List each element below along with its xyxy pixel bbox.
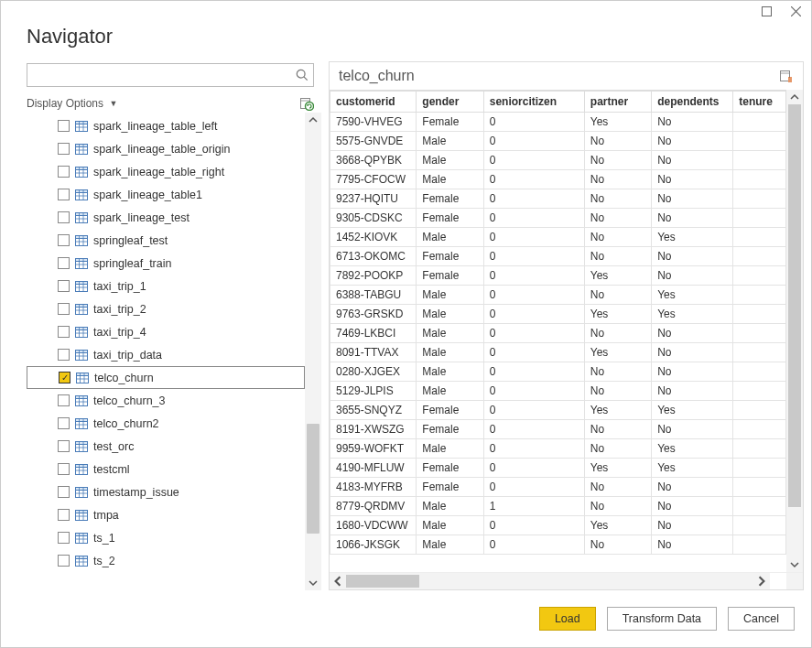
checkbox[interactable] <box>58 555 70 567</box>
left-panel: Display Options ▼ spark_lineage_table_le… <box>8 61 329 590</box>
column-header-dependents[interactable]: dependents <box>652 92 733 113</box>
scroll-up-icon[interactable] <box>786 90 803 104</box>
scroll-thumb[interactable] <box>788 104 801 507</box>
table-row[interactable]: 8779-QRDMVMale1NoNo <box>330 497 786 516</box>
tree-item-telco_churn2[interactable]: telco_churn2 <box>27 412 305 435</box>
right-scrollbar[interactable] <box>786 90 803 572</box>
scroll-down-icon[interactable] <box>305 576 321 590</box>
checkbox[interactable]: ✓ <box>59 372 70 383</box>
cell: Male <box>417 382 483 401</box>
tree-item-ts_1[interactable]: ts_1 <box>27 526 305 549</box>
tree-item-taxi_trip_1[interactable]: taxi_trip_1 <box>27 275 305 297</box>
table-tree[interactable]: spark_lineage_table_leftspark_lineage_ta… <box>27 113 305 590</box>
tree-item-telco_churn[interactable]: ✓telco_churn <box>27 366 305 389</box>
checkbox[interactable] <box>58 486 70 498</box>
tree-item-spark_lineage_table1[interactable]: spark_lineage_table1 <box>27 183 305 206</box>
column-header-partner[interactable]: partner <box>584 92 651 113</box>
checkbox[interactable] <box>58 257 70 269</box>
table-row[interactable]: 8191-XWSZGFemale0NoNo <box>330 420 786 439</box>
display-options-dropdown[interactable]: Display Options ▼ <box>27 97 117 110</box>
checkbox[interactable] <box>58 509 70 521</box>
checkbox[interactable] <box>58 440 70 452</box>
table-row[interactable]: 9305-CDSKCFemale0NoNo <box>330 209 786 228</box>
preview-action-icon[interactable] <box>779 69 794 83</box>
tree-item-spark_lineage_table_left[interactable]: spark_lineage_table_left <box>27 114 305 137</box>
svg-rect-25 <box>76 189 88 192</box>
column-header-tenure[interactable]: tenure <box>733 92 786 113</box>
table-row[interactable]: 3668-QPYBKMale0NoNo <box>330 151 786 170</box>
column-header-gender[interactable]: gender <box>417 92 483 113</box>
maximize-button[interactable] <box>760 5 773 17</box>
checkbox[interactable] <box>58 143 70 155</box>
scroll-right-icon[interactable] <box>753 573 770 589</box>
load-button[interactable]: Load <box>539 607 596 631</box>
search-icon[interactable] <box>296 69 309 81</box>
hscroll-thumb[interactable] <box>346 575 419 588</box>
table-row[interactable]: 7892-POOKPFemale0YesNo <box>330 266 786 286</box>
checkbox[interactable] <box>58 349 70 361</box>
tree-item-spark_lineage_table_right[interactable]: spark_lineage_table_right <box>27 160 305 183</box>
scroll-left-icon[interactable] <box>330 573 346 589</box>
refresh-icon[interactable] <box>299 96 314 111</box>
cell <box>733 362 786 382</box>
tree-item-spark_lineage_test[interactable]: spark_lineage_test <box>27 206 305 229</box>
checkbox[interactable] <box>58 234 70 246</box>
scroll-down-icon[interactable] <box>786 557 803 572</box>
cell <box>733 459 786 478</box>
column-header-customerid[interactable]: customerid <box>330 92 417 113</box>
table-row[interactable]: 7469-LKBCIMale0NoNo <box>330 324 786 343</box>
tree-item-ts_2[interactable]: ts_2 <box>27 549 305 572</box>
checkbox[interactable] <box>58 394 70 406</box>
checkbox[interactable] <box>58 120 70 132</box>
tree-item-tmpa[interactable]: tmpa <box>27 503 305 526</box>
tree-item-telco_churn_3[interactable]: telco_churn_3 <box>27 389 305 412</box>
scroll-thumb[interactable] <box>307 424 319 534</box>
column-header-seniorcitizen[interactable]: seniorcitizen <box>483 92 584 113</box>
svg-rect-65 <box>77 373 89 375</box>
tree-item-taxi_trip_4[interactable]: taxi_trip_4 <box>27 320 305 343</box>
checkbox[interactable] <box>58 532 70 544</box>
table-row[interactable]: 0280-XJGEXMale0NoNo <box>330 362 786 382</box>
table-row[interactable]: 4190-MFLUWFemale0YesYes <box>330 459 786 478</box>
transform-data-button[interactable]: Transform Data <box>607 607 717 631</box>
table-row[interactable]: 8091-TTVAXMale0YesNo <box>330 343 786 362</box>
checkbox[interactable] <box>58 326 70 338</box>
tree-item-spark_lineage_table_origin[interactable]: spark_lineage_table_origin <box>27 137 305 160</box>
table-row[interactable]: 9959-WOFKTMale0NoYes <box>330 439 786 459</box>
table-row[interactable]: 6388-TABGUMale0NoYes <box>330 286 786 305</box>
tree-item-springleaf_test[interactable]: springleaf_test <box>27 229 305 252</box>
search-input[interactable] <box>27 63 314 87</box>
table-row[interactable]: 5129-JLPISMale0NoNo <box>330 382 786 401</box>
left-scrollbar[interactable] <box>305 113 321 590</box>
table-row[interactable]: 9237-HQITUFemale0NoNo <box>330 189 786 209</box>
cell: No <box>652 132 733 151</box>
data-grid[interactable]: customeridgenderseniorcitizenpartnerdepe… <box>330 90 786 572</box>
checkbox[interactable] <box>58 463 70 475</box>
checkbox[interactable] <box>58 189 70 200</box>
checkbox[interactable] <box>58 417 70 429</box>
close-button[interactable] <box>789 5 802 17</box>
table-row[interactable]: 7590-VHVEGFemale0YesNo <box>330 113 786 132</box>
table-row[interactable]: 7795-CFOCWMale0NoNo <box>330 170 786 189</box>
table-row[interactable]: 6713-OKOMCFemale0NoNo <box>330 247 786 266</box>
checkbox[interactable] <box>58 211 70 223</box>
checkbox[interactable] <box>58 166 70 178</box>
scroll-up-icon[interactable] <box>305 113 321 127</box>
checkbox[interactable] <box>58 280 70 292</box>
tree-item-taxi_trip_data[interactable]: taxi_trip_data <box>27 343 305 366</box>
tree-item-test_orc[interactable]: test_orc <box>27 435 305 458</box>
table-row[interactable]: 1452-KIOVKMale0NoYes <box>330 228 786 247</box>
cancel-button[interactable]: Cancel <box>728 607 795 631</box>
table-row[interactable]: 1066-JKSGKMale0NoNo <box>330 535 786 555</box>
tree-item-testcml[interactable]: testcml <box>27 458 305 481</box>
tree-item-springleaf_train[interactable]: springleaf_train <box>27 252 305 275</box>
table-row[interactable]: 4183-MYFRBFemale0NoNo <box>330 478 786 497</box>
horiz-scrollbar[interactable] <box>330 573 770 589</box>
table-row[interactable]: 9763-GRSKDMale0YesYes <box>330 305 786 324</box>
table-row[interactable]: 5575-GNVDEMale0NoNo <box>330 132 786 151</box>
table-row[interactable]: 3655-SNQYZFemale0YesYes <box>330 401 786 420</box>
tree-item-taxi_trip_2[interactable]: taxi_trip_2 <box>27 297 305 320</box>
checkbox[interactable] <box>58 303 70 315</box>
table-row[interactable]: 1680-VDCWWMale0YesNo <box>330 516 786 535</box>
tree-item-timestamp_issue[interactable]: timestamp_issue <box>27 481 305 503</box>
